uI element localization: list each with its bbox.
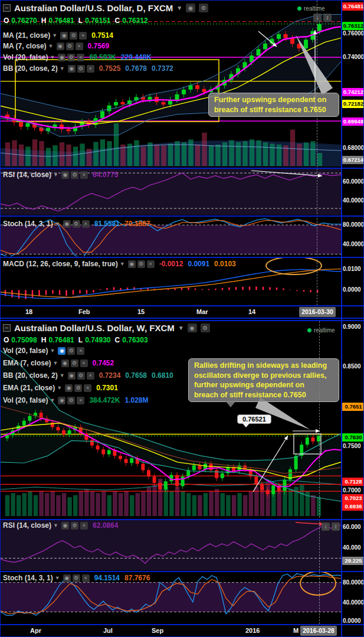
axis-tick-label: 40.0000	[343, 197, 364, 204]
close-icon[interactable]: ×	[87, 65, 94, 73]
indicator-label[interactable]: Stoch (14, 3, 1)	[3, 220, 53, 228]
settings-gear-icon[interactable]: ⚙	[199, 4, 208, 12]
close-icon[interactable]: ×	[80, 360, 88, 367]
resize-pane-icon[interactable]: ↕	[332, 522, 340, 531]
chevron-down-icon[interactable]: ▼	[53, 522, 58, 528]
close-icon[interactable]: ×	[77, 397, 84, 404]
chevron-down-icon[interactable]: ▼	[53, 360, 58, 366]
chevron-down-icon[interactable]: ▼	[50, 397, 55, 403]
visibility-eye-icon[interactable]: ◉	[63, 574, 71, 582]
settings-gear-icon[interactable]: ⚙	[71, 171, 78, 179]
indicator-label[interactable]: BB (20, close, 2)	[3, 371, 58, 380]
chevron-down-icon[interactable]: ▼	[120, 261, 125, 267]
close-icon[interactable]: ×	[80, 522, 88, 530]
indicator-label[interactable]: MACD (12, 26, close, 9, false, true)	[3, 260, 118, 268]
close-icon[interactable]: ×	[80, 171, 88, 179]
chevron-down-icon[interactable]: ▼	[53, 172, 58, 178]
collapse-pane-icon[interactable]: ↓	[313, 14, 322, 22]
indicator-label[interactable]: MA (7, close)	[3, 42, 47, 50]
visibility-eye-icon[interactable]: ◉	[128, 260, 136, 268]
settings-gear-icon[interactable]: ⚙	[67, 397, 75, 404]
daily-crosshair-line	[317, 1, 317, 305]
weekly-annotation-note[interactable]: Rallies drifting in sideways as leading …	[188, 358, 339, 402]
close-icon[interactable]: ×	[77, 54, 84, 61]
open-label: O	[4, 336, 9, 344]
indicator-value: 0.7525	[99, 64, 121, 73]
chevron-down-icon[interactable]: ▼	[48, 43, 54, 49]
visibility-eye-icon[interactable]: ◉	[68, 65, 76, 73]
settings-gear-icon[interactable]: ⚙	[73, 220, 80, 228]
close-icon[interactable]: ×	[77, 347, 84, 355]
visibility-eye-icon[interactable]: ◉	[58, 54, 65, 61]
daily-symbol-title[interactable]: Australian Dollar/U.S. Dollar, D, FXCM	[14, 3, 173, 13]
settings-gear-icon[interactable]: ⚙	[66, 43, 74, 50]
resize-pane-icon[interactable]: ↕	[323, 14, 332, 22]
chevron-down-icon[interactable]: ▼	[178, 325, 184, 331]
close-icon[interactable]: ×	[79, 32, 87, 40]
indicator-label[interactable]: Stoch (14, 3, 1)	[3, 574, 53, 582]
visibility-eye-icon[interactable]: ◉	[58, 347, 65, 355]
weekly-symbol-title[interactable]: Australian Dollar/U.S. Dollar, W, FXCM	[14, 323, 175, 333]
settings-gear-icon[interactable]: ⚙	[77, 372, 85, 380]
chevron-down-icon[interactable]: ▼	[50, 54, 55, 60]
visibility-icon[interactable]: ◉	[186, 4, 195, 12]
settings-gear-icon[interactable]: ⚙	[77, 65, 85, 73]
indicator-label[interactable]: RSI (14, close)	[3, 171, 51, 179]
settings-gear-icon[interactable]: ⚙	[70, 32, 77, 40]
visibility-eye-icon[interactable]: ◉	[57, 43, 64, 50]
chevron-down-icon[interactable]: ▼	[55, 221, 60, 227]
settings-gear-icon[interactable]: ⚙	[67, 347, 75, 355]
visibility-eye-icon[interactable]: ◉	[60, 32, 68, 40]
daily-price-chart[interactable]	[1, 1, 341, 168]
visibility-eye-icon[interactable]: ◉	[58, 397, 65, 404]
close-icon[interactable]: ×	[147, 260, 155, 268]
price-level-label[interactable]: 0.76521	[237, 414, 271, 424]
indicator-label[interactable]: Vol (20, false)	[3, 396, 48, 404]
chevron-down-icon[interactable]: ▼	[52, 32, 57, 38]
settings-gear-icon[interactable]: ⚙	[74, 384, 82, 392]
visibility-eye-icon[interactable]: ◉	[63, 220, 71, 228]
indicator-label[interactable]: RSI (14, close)	[3, 521, 51, 530]
weekly-time-axis[interactable]: AprJulSep2016M2016-03-28	[1, 625, 341, 637]
settings-gear-icon[interactable]: ⚙	[73, 574, 80, 582]
indicator-label[interactable]: EMA (7, close)	[3, 359, 51, 367]
close-icon[interactable]: ×	[82, 220, 90, 228]
settings-gear-icon[interactable]: ⚙	[201, 324, 210, 332]
weekly-realtime-indicator: realtime	[307, 327, 335, 334]
open-label: O	[4, 17, 9, 25]
price-axis[interactable]: 0.764810.763120.760000.740000.742120.721…	[342, 1, 364, 637]
chevron-down-icon[interactable]: ▼	[55, 575, 60, 581]
settings-gear-icon[interactable]: ⚙	[67, 54, 75, 61]
indicator-label[interactable]: EMA (21, close)	[3, 384, 55, 392]
chevron-down-icon[interactable]: ▼	[176, 5, 182, 11]
close-icon[interactable]: ×	[82, 574, 90, 582]
daily-time-axis[interactable]: 18Feb15Mar142016-03-30	[1, 306, 341, 318]
chevron-down-icon[interactable]: ▼	[50, 348, 55, 354]
indicator-label[interactable]: BB (20, close, 2)	[3, 64, 58, 73]
close-icon[interactable]: ×	[84, 384, 91, 392]
indicator-value: 0.7372	[152, 64, 173, 73]
visibility-eye-icon[interactable]: ◉	[61, 522, 69, 530]
indicator-label[interactable]: MA (21, close)	[3, 31, 50, 40]
settings-gear-icon[interactable]: ⚙	[71, 360, 78, 367]
daily-annotation-note[interactable]: Further upswings dependent on breach of …	[208, 93, 339, 117]
visibility-eye-icon[interactable]: ◉	[68, 372, 76, 380]
settings-gear-icon[interactable]: ⚙	[137, 260, 145, 268]
visibility-eye-icon[interactable]: ◉	[61, 360, 69, 367]
chevron-down-icon[interactable]: ▼	[60, 66, 65, 71]
visibility-icon[interactable]: ◉	[188, 324, 197, 332]
close-icon[interactable]: ×	[76, 43, 83, 50]
open-value: 0.76270	[11, 17, 37, 25]
minimize-icon[interactable]: −	[3, 324, 11, 332]
collapse-pane-icon[interactable]: ↓	[322, 522, 330, 531]
chevron-down-icon[interactable]: ▼	[57, 385, 62, 391]
indicator-label[interactable]: Vol (20, false)	[3, 53, 48, 61]
indicator-label[interactable]: Vol (20, false)	[3, 347, 48, 355]
visibility-eye-icon[interactable]: ◉	[61, 171, 69, 179]
chevron-down-icon[interactable]: ▼	[60, 373, 65, 378]
minimize-icon[interactable]: −	[3, 4, 11, 12]
axis-tick-label: 0.0000	[343, 618, 361, 624]
close-icon[interactable]: ×	[87, 372, 94, 380]
visibility-eye-icon[interactable]: ◉	[65, 384, 73, 392]
settings-gear-icon[interactable]: ⚙	[71, 522, 78, 530]
